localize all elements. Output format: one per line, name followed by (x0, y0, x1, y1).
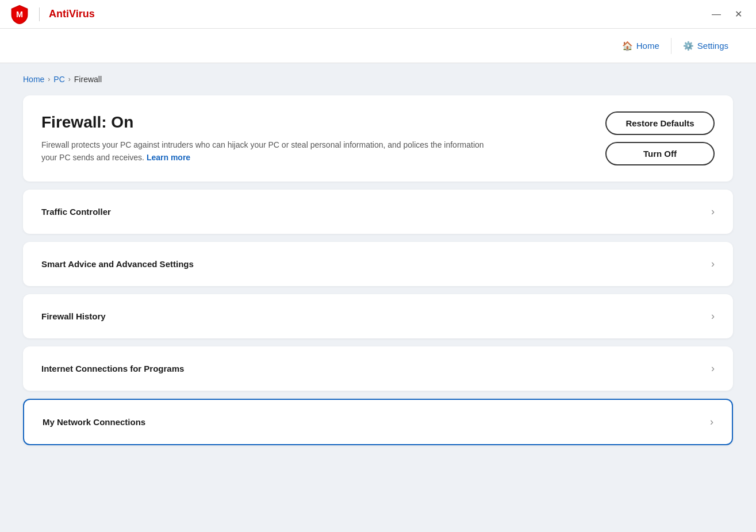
firewall-history-card[interactable]: Firewall History › (23, 294, 733, 338)
firewall-desc-text: Firewall protects your PC against intrud… (41, 140, 484, 162)
home-icon: 🏠 (622, 41, 633, 51)
title-bar-left: M AntiVirus (9, 4, 95, 25)
firewall-history-chevron-icon: › (711, 310, 715, 322)
internet-connections-chevron-icon: › (711, 363, 715, 375)
breadcrumb-pc[interactable]: PC (53, 75, 64, 84)
traffic-controller-card[interactable]: Traffic Controller › (23, 190, 733, 234)
smart-advice-card[interactable]: Smart Advice and Advanced Settings › (23, 242, 733, 286)
breadcrumb-separator-2: › (68, 75, 71, 83)
firewall-description: Firewall protects your PC against intrud… (41, 138, 490, 164)
internet-connections-label: Internet Connections for Programs (41, 364, 184, 373)
firewall-history-label: Firewall History (41, 311, 106, 321)
app-title: AntiVirus (49, 8, 95, 20)
mcafee-logo: M AntiVirus (9, 4, 95, 25)
settings-nav-label: Settings (697, 41, 728, 51)
turn-off-button[interactable]: Turn Off (605, 142, 715, 165)
smart-advice-label: Smart Advice and Advanced Settings (41, 259, 194, 269)
internet-connections-card[interactable]: Internet Connections for Programs › (23, 346, 733, 391)
firewall-status-card: Firewall: On Firewall protects your PC a… (23, 95, 733, 182)
breadcrumb: Home › PC › Firewall (23, 75, 733, 84)
minimize-button[interactable]: — (707, 7, 726, 22)
firewall-title: Firewall: On (41, 113, 490, 132)
traffic-controller-chevron-icon: › (711, 206, 715, 218)
home-nav-button[interactable]: 🏠 Home (613, 36, 669, 56)
smart-advice-chevron-icon: › (711, 258, 715, 270)
breadcrumb-current: Firewall (74, 75, 102, 84)
learn-more-link[interactable]: Learn more (147, 153, 190, 162)
firewall-actions: Restore Defaults Turn Off (605, 111, 715, 165)
firewall-info: Firewall: On Firewall protects your PC a… (41, 113, 490, 164)
restore-defaults-button[interactable]: Restore Defaults (605, 111, 715, 135)
nav-bar: 🏠 Home ⚙️ Settings (0, 29, 756, 63)
close-button[interactable]: ✕ (730, 6, 747, 22)
nav-divider (671, 38, 671, 54)
traffic-controller-label: Traffic Controller (41, 207, 111, 217)
network-connections-chevron-icon: › (710, 416, 713, 428)
breadcrumb-separator-1: › (48, 75, 50, 83)
home-nav-label: Home (636, 41, 659, 51)
mcafee-shield-icon: M (9, 4, 30, 25)
title-divider (39, 7, 40, 21)
svg-text:M: M (16, 10, 23, 19)
network-connections-label: My Network Connections (43, 417, 145, 427)
breadcrumb-home[interactable]: Home (23, 75, 44, 84)
settings-nav-button[interactable]: ⚙️ Settings (674, 36, 738, 56)
app-window: M AntiVirus — ✕ 🏠 Home ⚙️ Settings Home … (0, 0, 756, 532)
title-bar-right: — ✕ (707, 6, 747, 22)
main-content: Home › PC › Firewall Firewall: On Firewa… (0, 63, 756, 532)
settings-icon: ⚙️ (683, 41, 694, 51)
title-bar: M AntiVirus — ✕ (0, 0, 756, 29)
network-connections-card[interactable]: My Network Connections › (23, 399, 733, 445)
